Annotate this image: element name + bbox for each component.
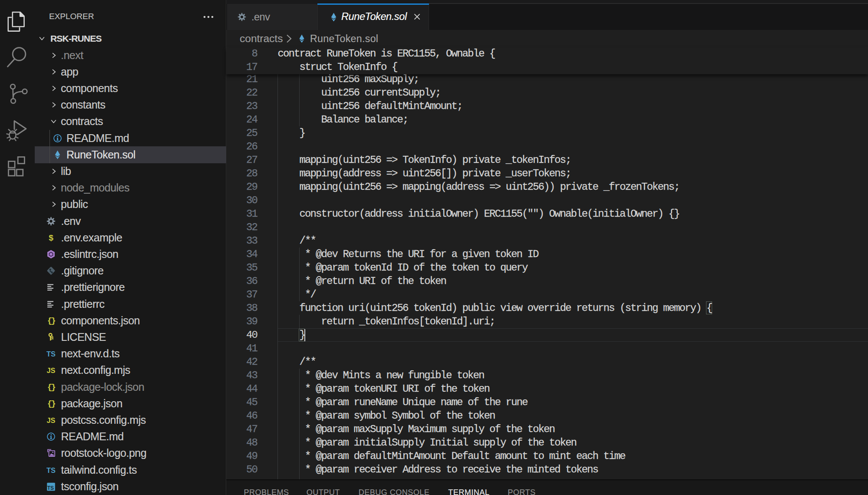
svg-text:}: } xyxy=(51,383,56,392)
svg-text:TS: TS xyxy=(46,466,56,474)
svg-text:TS: TS xyxy=(47,485,53,491)
svg-text:$: $ xyxy=(49,233,53,242)
svg-text:TS: TS xyxy=(46,350,56,358)
svg-text:JS: JS xyxy=(46,416,55,424)
svg-text:JS: JS xyxy=(46,366,55,374)
svg-text:}: } xyxy=(51,399,56,409)
svg-text:}: } xyxy=(51,316,56,326)
